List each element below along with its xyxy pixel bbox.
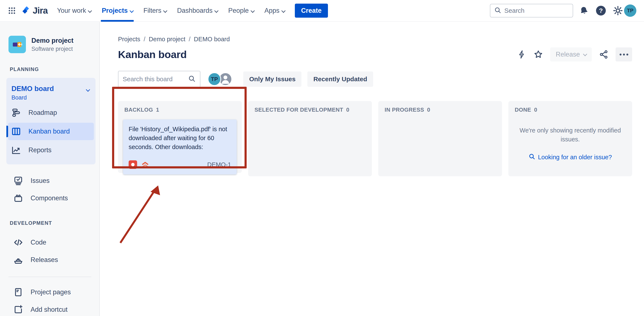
issues-icon bbox=[13, 176, 23, 186]
document-icon bbox=[13, 287, 23, 297]
nav-your-work[interactable]: Your work bbox=[53, 0, 95, 21]
user-avatar[interactable]: TP bbox=[624, 5, 636, 17]
code-icon bbox=[13, 237, 23, 248]
kanban-board-icon bbox=[11, 126, 21, 136]
roadmap-icon bbox=[11, 108, 21, 118]
board-switcher-title: DEMO board bbox=[12, 85, 54, 93]
nav-dashboards[interactable]: Dashboards bbox=[173, 0, 222, 21]
sidebar-item-components[interactable]: Components bbox=[8, 190, 95, 207]
search-icon bbox=[494, 7, 501, 15]
page-title: Kanban board bbox=[118, 49, 186, 60]
create-button[interactable]: Create bbox=[295, 4, 328, 18]
board-search-input[interactable] bbox=[123, 75, 188, 83]
column-count: 0 bbox=[346, 106, 350, 113]
release-button[interactable]: Release bbox=[550, 47, 592, 61]
kanban-columns: BACKLOG1 File 'History_of_Wikipedia.pdf'… bbox=[118, 101, 632, 176]
issue-key: DEMO-1 bbox=[207, 161, 231, 168]
chevron-down-icon bbox=[88, 9, 92, 13]
board-search[interactable] bbox=[118, 71, 200, 87]
add-shortcut-icon bbox=[13, 304, 23, 315]
nav-apps[interactable]: Apps bbox=[261, 0, 288, 21]
sidebar-development-group: Code Releases bbox=[8, 234, 95, 269]
components-icon bbox=[13, 193, 23, 203]
sidebar-divider bbox=[8, 277, 91, 277]
top-navigation: Jira Your work Projects Filters Dashboar… bbox=[0, 0, 644, 22]
chevron-down-icon bbox=[86, 88, 90, 92]
older-issue-link[interactable]: Looking for an older issue? bbox=[514, 153, 627, 162]
breadcrumb-demo-board[interactable]: DEMO board bbox=[194, 36, 230, 43]
releases-ship-icon bbox=[13, 255, 23, 265]
sidebar-item-label: Reports bbox=[28, 146, 52, 154]
sidebar-item-issues[interactable]: Issues bbox=[8, 172, 95, 190]
settings-gear-icon[interactable] bbox=[612, 5, 624, 17]
column-done: DONE0 We're only showing recently modifi… bbox=[508, 101, 632, 176]
column-header: IN PROGRESS0 bbox=[383, 106, 497, 113]
sidebar-item-label: Kanban board bbox=[28, 128, 70, 135]
priority-highest-icon bbox=[140, 160, 150, 169]
sidebar-item-project-pages[interactable]: Project pages bbox=[8, 283, 95, 301]
sidebar-item-roadmap[interactable]: Roadmap bbox=[8, 104, 94, 121]
automation-lightning-icon[interactable] bbox=[515, 48, 528, 61]
more-options-button[interactable] bbox=[616, 47, 632, 61]
board-actions: Release bbox=[515, 47, 632, 61]
sidebar-item-releases[interactable]: Releases bbox=[8, 251, 95, 269]
chevron-down-icon bbox=[250, 9, 255, 13]
breadcrumb-demo-project[interactable]: Demo project bbox=[149, 36, 185, 43]
only-my-issues-button[interactable]: Only My Issues bbox=[243, 71, 302, 87]
breadcrumb-projects[interactable]: Projects bbox=[118, 36, 140, 43]
sidebar-item-kanban-board[interactable]: Kanban board bbox=[8, 123, 94, 140]
sidebar-item-add-shortcut[interactable]: Add shortcut bbox=[8, 301, 95, 316]
sidebar-item-label: Components bbox=[30, 194, 68, 202]
project-name: Demo project bbox=[32, 37, 74, 44]
nav-projects[interactable]: Projects bbox=[98, 0, 136, 21]
nav-people[interactable]: People bbox=[224, 0, 258, 21]
recently-updated-button[interactable]: Recently Updated bbox=[307, 71, 373, 87]
sidebar-item-label: Code bbox=[30, 239, 46, 246]
column-header: BACKLOG1 bbox=[123, 106, 237, 113]
jira-logo[interactable]: Jira bbox=[21, 5, 48, 16]
column-in-progress: IN PROGRESS0 bbox=[378, 101, 502, 176]
column-backlog: BACKLOG1 File 'History_of_Wikipedia.pdf'… bbox=[118, 101, 242, 173]
sidebar-middle-group: Issues Components bbox=[8, 172, 95, 207]
board-toolbar: TP Only My Issues Recently Updated bbox=[118, 71, 632, 87]
sidebar-item-reports[interactable]: Reports bbox=[8, 141, 94, 159]
jira-logo-text: Jira bbox=[33, 6, 48, 16]
global-search-input[interactable] bbox=[504, 7, 569, 14]
chevron-down-icon bbox=[130, 9, 134, 13]
project-title-block: Demo project Software project bbox=[32, 37, 74, 52]
board-switcher-subtitle: Board bbox=[12, 94, 54, 101]
share-icon[interactable] bbox=[597, 48, 610, 61]
issue-summary: File 'History_of_Wikipedia.pdf' is not d… bbox=[129, 125, 231, 151]
column-header: SELECTED FOR DEVELOPMENT0 bbox=[253, 106, 367, 113]
sidebar-item-label: Issues bbox=[30, 177, 50, 185]
sidebar-footer-group: Project pages Add shortcut Project setti… bbox=[8, 283, 95, 316]
board-container: DEMO board Board Roadmap Kanban board bbox=[6, 78, 96, 164]
nav-filters[interactable]: Filters bbox=[140, 0, 170, 21]
breadcrumb: Projects / Demo project / DEMO board bbox=[118, 36, 632, 43]
project-avatar bbox=[8, 36, 26, 53]
issue-card-demo-1[interactable]: File 'History_of_Wikipedia.pdf' is not d… bbox=[123, 119, 237, 174]
board-switcher[interactable]: DEMO board Board bbox=[6, 80, 96, 103]
main-content: Projects / Demo project / DEMO board Kan… bbox=[100, 22, 644, 316]
member-avatar-tp[interactable]: TP bbox=[208, 72, 221, 86]
chevron-down-icon bbox=[281, 9, 286, 13]
project-sidebar: Demo project Software project PLANNING D… bbox=[0, 22, 100, 316]
column-selected-for-development: SELECTED FOR DEVELOPMENT0 bbox=[248, 101, 372, 176]
sidebar-item-label: Add shortcut bbox=[30, 306, 68, 313]
chevron-down-icon bbox=[583, 52, 587, 56]
help-icon[interactable]: ? bbox=[595, 5, 607, 17]
notifications-bell-icon[interactable] bbox=[578, 5, 590, 17]
section-planning: PLANNING bbox=[10, 66, 95, 72]
issue-card-footer: DEMO-1 bbox=[129, 160, 231, 169]
sidebar-item-label: Project pages bbox=[30, 288, 71, 296]
chevron-down-icon bbox=[214, 9, 219, 13]
column-count: 0 bbox=[534, 106, 537, 113]
board-members: TP bbox=[208, 72, 232, 86]
project-type: Software project bbox=[32, 46, 74, 52]
reports-icon bbox=[11, 145, 21, 155]
global-search[interactable] bbox=[490, 4, 573, 18]
star-icon[interactable] bbox=[532, 48, 545, 61]
app-switcher-icon[interactable] bbox=[6, 5, 18, 17]
sidebar-item-code[interactable]: Code bbox=[8, 234, 95, 251]
board-header: Kanban board Release bbox=[118, 47, 632, 61]
